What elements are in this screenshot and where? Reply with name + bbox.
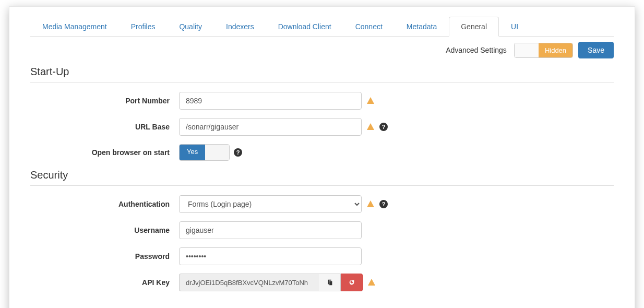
help-icon[interactable]: ?	[379, 123, 388, 131]
row-open-browser: Open browser on start Yes ?	[30, 144, 614, 161]
toggle-shown-segment[interactable]	[515, 43, 539, 57]
username-label: Username	[30, 226, 179, 234]
tab-connect[interactable]: Connect	[343, 17, 395, 37]
tab-ui[interactable]: UI	[499, 17, 530, 37]
api-key-copy-button[interactable]	[319, 274, 341, 291]
tab-media-management[interactable]: Media Management	[30, 17, 119, 37]
open-browser-toggle[interactable]: Yes	[179, 144, 230, 161]
row-password: Password	[30, 247, 614, 265]
row-url-base: URL Base ?	[30, 118, 614, 136]
warning-icon	[366, 199, 375, 209]
password-input[interactable]	[179, 247, 362, 265]
api-key-group	[179, 274, 363, 291]
toolbar: Advanced Settings Hidden Save	[30, 42, 614, 58]
help-icon[interactable]: ?	[234, 148, 242, 157]
save-button[interactable]: Save	[578, 42, 614, 58]
tab-quality[interactable]: Quality	[167, 17, 214, 37]
advanced-settings-toggle[interactable]: Hidden	[514, 43, 573, 58]
api-key-regenerate-button[interactable]	[341, 274, 363, 291]
warning-icon	[366, 96, 375, 105]
username-input[interactable]	[179, 221, 362, 239]
section-title-startup: Start-Up	[30, 66, 614, 82]
tab-download-client[interactable]: Download Client	[266, 17, 343, 37]
advanced-settings-label: Advanced Settings	[446, 46, 507, 54]
tabs-bar: Media Management Profiles Quality Indexe…	[30, 16, 614, 37]
refresh-icon	[347, 278, 356, 287]
warning-icon	[367, 278, 376, 287]
toggle-off-segment[interactable]	[205, 145, 229, 160]
authentication-label: Authentication	[30, 200, 179, 208]
row-port-number: Port Number	[30, 92, 614, 110]
row-api-key: API Key	[30, 274, 614, 291]
settings-panel: Media Management Profiles Quality Indexe…	[9, 6, 635, 308]
copy-icon	[325, 278, 335, 287]
tab-metadata[interactable]: Metadata	[395, 17, 449, 37]
api-key-input[interactable]	[179, 274, 319, 291]
port-number-label: Port Number	[30, 97, 179, 105]
help-icon[interactable]: ?	[379, 200, 388, 208]
row-username: Username	[30, 221, 614, 239]
tab-indexers[interactable]: Indexers	[214, 17, 266, 37]
url-base-label: URL Base	[30, 123, 179, 131]
port-number-input[interactable]	[179, 92, 362, 110]
toggle-yes[interactable]: Yes	[180, 145, 205, 160]
api-key-label: API Key	[30, 278, 179, 287]
row-authentication: Authentication Forms (Login page) ?	[30, 195, 614, 213]
tab-general[interactable]: General	[449, 17, 499, 37]
url-base-input[interactable]	[179, 118, 362, 136]
toggle-hidden-segment[interactable]: Hidden	[539, 43, 573, 57]
authentication-select[interactable]: Forms (Login page)	[179, 195, 362, 213]
section-title-security: Security	[30, 169, 614, 186]
tab-profiles[interactable]: Profiles	[119, 17, 168, 37]
password-label: Password	[30, 252, 179, 260]
warning-icon	[366, 122, 375, 132]
open-browser-label: Open browser on start	[30, 148, 179, 157]
